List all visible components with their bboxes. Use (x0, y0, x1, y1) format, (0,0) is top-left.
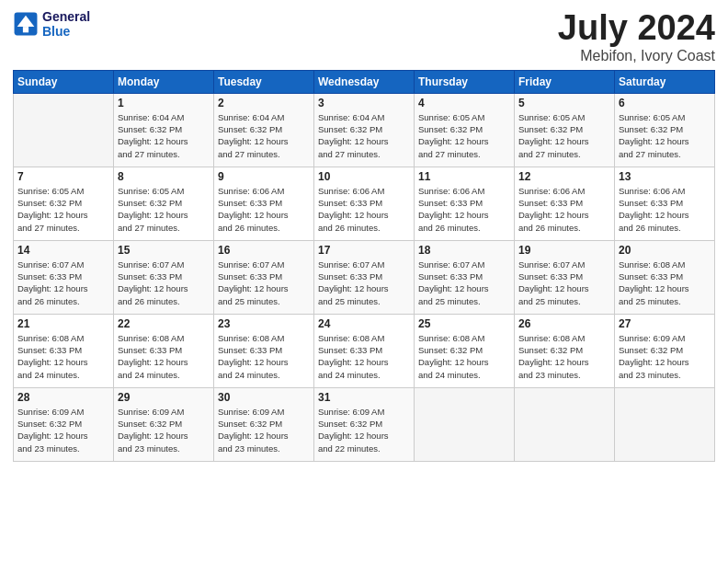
title-block: July 2024 Mebifon, Ivory Coast (558, 9, 715, 64)
calendar-day-cell: 6Sunrise: 6:05 AM Sunset: 6:32 PM Daylig… (615, 93, 715, 167)
calendar-day-cell: 7Sunrise: 6:05 AM Sunset: 6:32 PM Daylig… (14, 167, 114, 240)
day-number: 28 (17, 391, 109, 404)
calendar-container: General Blue July 2024 Mebifon, Ivory Co… (0, 0, 728, 471)
day-number: 1 (118, 97, 210, 109)
calendar-week-row: 1Sunrise: 6:04 AM Sunset: 6:32 PM Daylig… (14, 93, 715, 167)
calendar-day-cell: 22Sunrise: 6:08 AM Sunset: 6:33 PM Dayli… (114, 314, 214, 387)
weekday-header-cell: Friday (515, 70, 615, 93)
weekday-header-cell: Monday (114, 70, 214, 93)
day-detail: Sunrise: 6:09 AM Sunset: 6:32 PM Dayligh… (318, 406, 410, 454)
logo-icon (13, 11, 39, 37)
location-title: Mebifon, Ivory Coast (558, 48, 715, 64)
day-number: 5 (518, 97, 610, 109)
day-detail: Sunrise: 6:09 AM Sunset: 6:32 PM Dayligh… (17, 406, 109, 454)
day-number: 30 (218, 391, 310, 404)
calendar-day-cell (615, 387, 715, 461)
day-number: 15 (118, 244, 210, 257)
header-row: General Blue July 2024 Mebifon, Ivory Co… (13, 9, 715, 64)
day-detail: Sunrise: 6:05 AM Sunset: 6:32 PM Dayligh… (518, 111, 610, 160)
weekday-header-cell: Thursday (415, 70, 515, 93)
day-number: 19 (518, 244, 610, 257)
calendar-day-cell: 31Sunrise: 6:09 AM Sunset: 6:32 PM Dayli… (314, 387, 415, 461)
day-detail: Sunrise: 6:05 AM Sunset: 6:32 PM Dayligh… (418, 111, 510, 160)
day-detail: Sunrise: 6:08 AM Sunset: 6:33 PM Dayligh… (17, 332, 109, 381)
day-number: 21 (17, 317, 109, 330)
calendar-day-cell (14, 93, 114, 167)
day-detail: Sunrise: 6:07 AM Sunset: 6:33 PM Dayligh… (218, 259, 310, 307)
svg-rect-2 (23, 27, 28, 32)
calendar-day-cell: 10Sunrise: 6:06 AM Sunset: 6:33 PM Dayli… (314, 167, 415, 240)
calendar-day-cell: 1Sunrise: 6:04 AM Sunset: 6:32 PM Daylig… (114, 93, 214, 167)
day-number: 31 (318, 391, 410, 404)
day-number: 26 (518, 317, 610, 330)
calendar-day-cell: 5Sunrise: 6:05 AM Sunset: 6:32 PM Daylig… (515, 93, 615, 167)
calendar-day-cell: 20Sunrise: 6:08 AM Sunset: 6:33 PM Dayli… (615, 240, 715, 314)
calendar-day-cell: 8Sunrise: 6:05 AM Sunset: 6:32 PM Daylig… (114, 167, 214, 240)
weekday-header-cell: Wednesday (314, 70, 415, 93)
day-detail: Sunrise: 6:09 AM Sunset: 6:32 PM Dayligh… (118, 406, 210, 454)
day-detail: Sunrise: 6:08 AM Sunset: 6:32 PM Dayligh… (418, 332, 510, 381)
day-number: 25 (418, 317, 510, 330)
calendar-day-cell: 11Sunrise: 6:06 AM Sunset: 6:33 PM Dayli… (415, 167, 515, 240)
logo-text: General Blue (42, 9, 90, 39)
calendar-day-cell (515, 387, 615, 461)
calendar-day-cell: 16Sunrise: 6:07 AM Sunset: 6:33 PM Dayli… (214, 240, 314, 314)
day-number: 9 (218, 170, 310, 183)
day-detail: Sunrise: 6:07 AM Sunset: 6:33 PM Dayligh… (118, 259, 210, 307)
calendar-day-cell: 2Sunrise: 6:04 AM Sunset: 6:32 PM Daylig… (214, 93, 314, 167)
day-number: 17 (318, 244, 410, 257)
calendar-day-cell: 30Sunrise: 6:09 AM Sunset: 6:32 PM Dayli… (214, 387, 314, 461)
calendar-week-row: 7Sunrise: 6:05 AM Sunset: 6:32 PM Daylig… (14, 167, 715, 240)
day-number: 23 (218, 317, 310, 330)
day-number: 29 (118, 391, 210, 404)
calendar-day-cell: 26Sunrise: 6:08 AM Sunset: 6:32 PM Dayli… (515, 314, 615, 387)
day-number: 16 (218, 244, 310, 257)
calendar-day-cell: 3Sunrise: 6:04 AM Sunset: 6:32 PM Daylig… (314, 93, 415, 167)
day-detail: Sunrise: 6:04 AM Sunset: 6:32 PM Dayligh… (118, 111, 210, 160)
day-number: 8 (118, 170, 210, 183)
day-detail: Sunrise: 6:07 AM Sunset: 6:33 PM Dayligh… (518, 259, 610, 307)
day-detail: Sunrise: 6:07 AM Sunset: 6:33 PM Dayligh… (17, 259, 109, 307)
calendar-day-cell: 4Sunrise: 6:05 AM Sunset: 6:32 PM Daylig… (415, 93, 515, 167)
calendar-day-cell: 28Sunrise: 6:09 AM Sunset: 6:32 PM Dayli… (14, 387, 114, 461)
calendar-day-cell: 9Sunrise: 6:06 AM Sunset: 6:33 PM Daylig… (214, 167, 314, 240)
day-detail: Sunrise: 6:08 AM Sunset: 6:33 PM Dayligh… (619, 259, 711, 307)
day-number: 4 (418, 97, 510, 109)
calendar-week-row: 21Sunrise: 6:08 AM Sunset: 6:33 PM Dayli… (14, 314, 715, 387)
day-detail: Sunrise: 6:06 AM Sunset: 6:33 PM Dayligh… (318, 185, 410, 234)
day-number: 10 (318, 170, 410, 183)
day-detail: Sunrise: 6:08 AM Sunset: 6:33 PM Dayligh… (218, 332, 310, 381)
calendar-day-cell: 18Sunrise: 6:07 AM Sunset: 6:33 PM Dayli… (415, 240, 515, 314)
calendar-day-cell: 13Sunrise: 6:06 AM Sunset: 6:33 PM Dayli… (615, 167, 715, 240)
day-detail: Sunrise: 6:07 AM Sunset: 6:33 PM Dayligh… (418, 259, 510, 307)
calendar-day-cell: 14Sunrise: 6:07 AM Sunset: 6:33 PM Dayli… (14, 240, 114, 314)
calendar-day-cell: 29Sunrise: 6:09 AM Sunset: 6:32 PM Dayli… (114, 387, 214, 461)
calendar-table: SundayMondayTuesdayWednesdayThursdayFrid… (13, 70, 715, 462)
logo: General Blue (13, 9, 90, 39)
day-number: 12 (518, 170, 610, 183)
day-detail: Sunrise: 6:05 AM Sunset: 6:32 PM Dayligh… (118, 185, 210, 234)
day-detail: Sunrise: 6:08 AM Sunset: 6:33 PM Dayligh… (318, 332, 410, 381)
month-title: July 2024 (558, 9, 715, 48)
day-detail: Sunrise: 6:06 AM Sunset: 6:33 PM Dayligh… (619, 185, 711, 234)
calendar-day-cell: 21Sunrise: 6:08 AM Sunset: 6:33 PM Dayli… (14, 314, 114, 387)
day-number: 2 (218, 97, 310, 109)
calendar-day-cell (415, 387, 515, 461)
weekday-header-row: SundayMondayTuesdayWednesdayThursdayFrid… (14, 70, 715, 93)
day-detail: Sunrise: 6:06 AM Sunset: 6:33 PM Dayligh… (418, 185, 510, 234)
day-detail: Sunrise: 6:05 AM Sunset: 6:32 PM Dayligh… (17, 185, 109, 234)
day-number: 7 (17, 170, 109, 183)
day-detail: Sunrise: 6:06 AM Sunset: 6:33 PM Dayligh… (218, 185, 310, 234)
day-number: 14 (17, 244, 109, 257)
day-detail: Sunrise: 6:07 AM Sunset: 6:33 PM Dayligh… (318, 259, 410, 307)
calendar-day-cell: 23Sunrise: 6:08 AM Sunset: 6:33 PM Dayli… (214, 314, 314, 387)
day-detail: Sunrise: 6:05 AM Sunset: 6:32 PM Dayligh… (619, 111, 711, 160)
calendar-day-cell: 15Sunrise: 6:07 AM Sunset: 6:33 PM Dayli… (114, 240, 214, 314)
calendar-day-cell: 25Sunrise: 6:08 AM Sunset: 6:32 PM Dayli… (415, 314, 515, 387)
day-detail: Sunrise: 6:04 AM Sunset: 6:32 PM Dayligh… (218, 111, 310, 160)
day-number: 13 (619, 170, 711, 183)
calendar-week-row: 14Sunrise: 6:07 AM Sunset: 6:33 PM Dayli… (14, 240, 715, 314)
day-number: 20 (619, 244, 711, 257)
weekday-header-cell: Sunday (14, 70, 114, 93)
day-number: 11 (418, 170, 510, 183)
